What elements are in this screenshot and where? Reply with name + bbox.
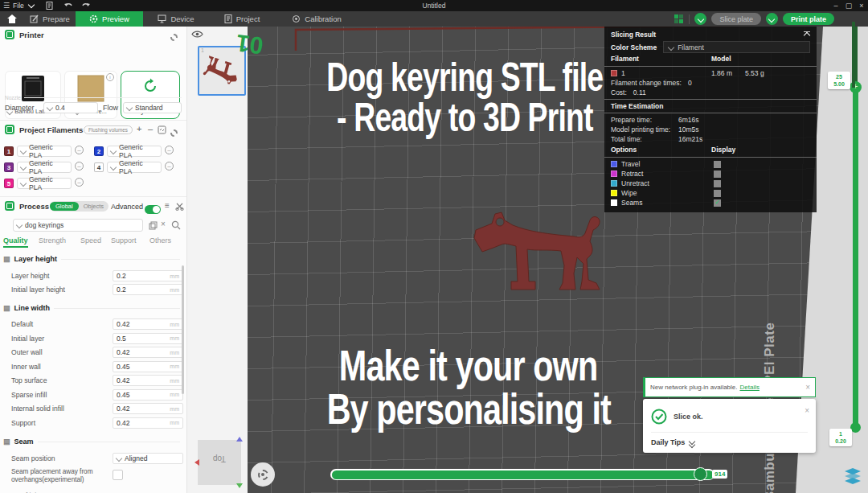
- edit-filament-icon[interactable]: –: [75, 146, 84, 154]
- filament-color-chip[interactable]: 1: [4, 146, 14, 156]
- param-input[interactable]: 0.42mm: [113, 347, 183, 358]
- tab-support[interactable]: Support: [111, 236, 137, 244]
- flushing-volumes-button[interactable]: Flushing volumes: [84, 125, 133, 134]
- eye-icon[interactable]: [191, 30, 203, 39]
- param-input[interactable]: 0.42mm: [113, 375, 183, 386]
- advanced-toggle[interactable]: [145, 205, 161, 214]
- seam-position-select[interactable]: Aligned: [113, 453, 183, 464]
- ams-sync-icon[interactable]: [158, 125, 166, 134]
- tab-project[interactable]: Project: [209, 11, 275, 27]
- view-cube[interactable]: Top: [198, 440, 241, 485]
- parameter-list-icon[interactable]: ≡: [165, 201, 170, 210]
- filament-color-chip[interactable]: 4: [94, 162, 104, 172]
- home-icon: [7, 14, 17, 23]
- tab-others[interactable]: Others: [149, 236, 171, 244]
- print-plate-button[interactable]: Print plate: [783, 13, 834, 25]
- filament-select[interactable]: Generic PLA: [107, 146, 162, 157]
- double-chevron-down-icon[interactable]: [690, 439, 694, 447]
- tab-prepare[interactable]: Prepare: [24, 11, 76, 27]
- preset-select[interactable]: dog keyrings: [13, 219, 143, 232]
- layers-icon[interactable]: [844, 468, 862, 484]
- project-icon: [224, 14, 232, 23]
- compare-presets-icon[interactable]: [175, 202, 184, 211]
- tab-preview[interactable]: Preview: [76, 11, 143, 27]
- home-tab[interactable]: [0, 11, 24, 27]
- close-icon[interactable]: ×: [805, 384, 810, 392]
- time-row: Model printing time:10m5s: [604, 125, 817, 134]
- search-icon[interactable]: [171, 220, 181, 230]
- slice-plate-button[interactable]: Slice plate: [711, 13, 761, 25]
- filament-color-chip[interactable]: 2: [94, 146, 104, 156]
- param-input[interactable]: 0.2mm: [113, 270, 183, 281]
- panel-scrollbar[interactable]: [182, 265, 184, 394]
- param-input[interactable]: 0.2mm: [113, 284, 183, 295]
- tab-quality[interactable]: Quality: [3, 236, 28, 248]
- flow-label: Flow: [103, 104, 118, 112]
- filament-settings-gear-icon[interactable]: [170, 125, 178, 140]
- remove-filament-button[interactable]: –: [148, 124, 153, 134]
- save-preset-icon[interactable]: [149, 221, 158, 230]
- edit-filament-icon[interactable]: –: [75, 162, 84, 170]
- group-seam[interactable]: ▤ Seam: [3, 438, 180, 446]
- group-line-width[interactable]: ▤ Line width: [3, 304, 180, 312]
- flow-select[interactable]: Standard: [123, 102, 182, 113]
- scope-toggle[interactable]: Global Objects: [50, 201, 108, 212]
- param-input[interactable]: 0.42mm: [113, 417, 183, 429]
- close-icon[interactable]: ×: [805, 407, 809, 415]
- preview-icon: [89, 14, 98, 23]
- filament-select[interactable]: Generic PLA: [17, 146, 72, 157]
- overlay-headline: Dog keyring STL file - Ready to 3D Print: [272, 57, 657, 138]
- param-input[interactable]: 0.42mm: [113, 403, 183, 414]
- filament-select[interactable]: Generic PLA: [17, 162, 72, 173]
- unretract-checkbox[interactable]: [714, 180, 721, 187]
- plates-manager-icon[interactable]: [674, 14, 684, 24]
- print-options-button[interactable]: [766, 13, 778, 25]
- filament-select[interactable]: Generic PLA: [17, 178, 72, 189]
- scope-objects[interactable]: Objects: [79, 202, 108, 211]
- layer-bottom-tag: 10.20: [829, 429, 852, 446]
- move-slider-handle[interactable]: [694, 467, 707, 481]
- travel-checkbox[interactable]: [714, 161, 721, 168]
- param-input[interactable]: 0.5mm: [113, 333, 183, 344]
- plugin-details-link[interactable]: Details: [740, 384, 760, 391]
- plate-list-sidebar: 1 Top: [186, 27, 248, 493]
- group-layer-height[interactable]: ▤ Layer height: [3, 255, 180, 263]
- seams-checkbox[interactable]: ✓: [714, 199, 721, 207]
- param-row: Initial layer height 0.2mm: [0, 284, 186, 297]
- info-icon[interactable]: i: [106, 73, 114, 81]
- scope-global[interactable]: Global: [50, 202, 79, 211]
- param-row: Default 0.42mm: [0, 318, 186, 331]
- tab-calibration[interactable]: Calibration: [275, 11, 358, 27]
- overhang-checkbox[interactable]: [113, 470, 123, 480]
- edit-filament-icon[interactable]: –: [75, 178, 84, 187]
- add-filament-button[interactable]: +: [137, 124, 141, 134]
- wipe-checkbox[interactable]: [714, 190, 721, 197]
- printer-settings-gear-icon[interactable]: [170, 30, 178, 44]
- tab-strength[interactable]: Strength: [39, 236, 66, 244]
- filament-color-chip[interactable]: 5: [4, 179, 14, 188]
- retract-checkbox[interactable]: [714, 170, 721, 178]
- tab-speed[interactable]: Speed: [80, 236, 101, 244]
- dog-keyring-model[interactable]: [473, 206, 609, 301]
- layer-slider-track[interactable]: [853, 87, 858, 428]
- param-input[interactable]: 0.45mm: [113, 389, 183, 401]
- daily-tips-link[interactable]: Daily Tips: [651, 438, 685, 446]
- slice-options-button[interactable]: [694, 13, 706, 25]
- tab-device[interactable]: Device: [143, 11, 209, 27]
- filament-select[interactable]: Generic PLA: [107, 162, 162, 173]
- param-label: Internal solid infill: [11, 405, 64, 413]
- color-scheme-select[interactable]: Filament: [663, 41, 810, 53]
- collapse-panel-icon[interactable]: [804, 31, 810, 38]
- param-input[interactable]: 0.45mm: [113, 361, 183, 372]
- preview-options-button[interactable]: [251, 462, 275, 487]
- param-input[interactable]: 0.42mm: [113, 318, 183, 330]
- plugin-notification-text: New network plug-in available.: [650, 384, 738, 391]
- move-slider[interactable]: [330, 469, 714, 480]
- edit-filament-icon[interactable]: –: [165, 162, 174, 170]
- clear-search-icon[interactable]: ×: [161, 220, 166, 228]
- chevron-down-icon: [768, 15, 775, 22]
- filament-color-chip[interactable]: 3: [4, 162, 14, 172]
- edit-filament-icon[interactable]: –: [165, 146, 174, 154]
- diameter-select[interactable]: 0.4: [43, 102, 98, 113]
- param-label: Initial layer height: [11, 286, 65, 294]
